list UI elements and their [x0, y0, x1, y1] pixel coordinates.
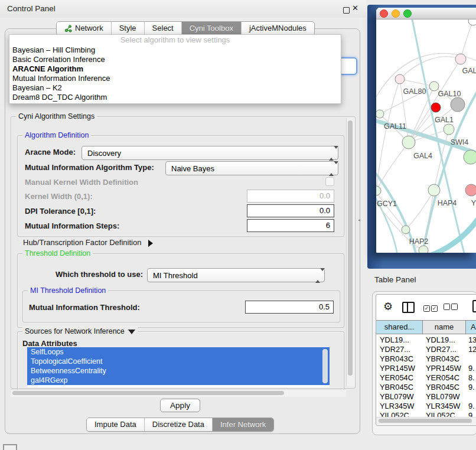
dropdown-item-selected[interactable]: ARACNE Algorithm: [9, 64, 341, 74]
node[interactable]: [444, 124, 454, 135]
node-label-layer: GAL GAL80 GAL10 GAL1 GAL11 GAL4 SWI4 GCY…: [377, 67, 476, 246]
panel-title: Control Panel: [7, 0, 56, 18]
node-label: SWI4: [451, 138, 469, 146]
node-selected[interactable]: [431, 103, 441, 112]
float-window-icon[interactable]: [343, 7, 350, 14]
kernel-width-field[interactable]: 0.0: [247, 190, 334, 203]
table-panel: ⚙ ✓✓ shared... name A YDL19...YDL19...13…: [372, 291, 476, 435]
algorithm-combo-fragment[interactable]: [339, 57, 357, 75]
list-item[interactable]: gal4RGexp: [27, 376, 330, 385]
apply-button[interactable]: Apply: [160, 399, 200, 412]
hub-definition-expander[interactable]: Hub/Transcription Factor Definition: [23, 238, 153, 247]
column-layout-icon[interactable]: [402, 302, 415, 313]
settings-horizontal-scrollbar[interactable]: [11, 389, 346, 397]
kernel-width-label: Kernel Width (0,1):: [25, 192, 93, 201]
node[interactable]: [419, 246, 428, 253]
node[interactable]: [376, 110, 384, 118]
node-label: GCY1: [377, 200, 397, 208]
expand-right-icon: [148, 240, 153, 247]
network-window[interactable]: GAL GAL80 GAL10 GAL1 GAL11 GAL4 SWI4 GCY…: [376, 8, 476, 253]
table-horizontal-scrollbar[interactable]: [376, 417, 476, 425]
select-all-checks-icon[interactable]: ✓✓: [423, 303, 439, 312]
tab-impute-data[interactable]: Impute Data: [87, 418, 144, 431]
zoom-traffic-icon[interactable]: [403, 9, 412, 18]
settings-vertical-scrollbar[interactable]: [346, 118, 354, 386]
splitter-collapse-icon[interactable]: ◂: [358, 217, 363, 224]
close-icon[interactable]: ✕: [352, 4, 358, 12]
network-canvas[interactable]: GAL GAL80 GAL10 GAL1 GAL11 GAL4 SWI4 GCY…: [376, 19, 476, 253]
table-row[interactable]: YER054CYER054C8.: [376, 373, 476, 383]
table-row[interactable]: YPR145WYPR145W9.: [376, 364, 476, 373]
group-title: Sources for Network Inference: [22, 327, 138, 336]
scrollbar-thumb[interactable]: [348, 120, 353, 376]
dropdown-item[interactable]: Bayesian – Hill Climbing: [9, 45, 341, 55]
network-graph: GAL GAL80 GAL10 GAL1 GAL11 GAL4 SWI4 GCY…: [376, 19, 476, 253]
mi-threshold-field[interactable]: 0.5: [245, 301, 334, 314]
tab-network[interactable]: Network: [57, 22, 111, 35]
right-region: GAL GAL80 GAL10 GAL1 GAL11 GAL4 SWI4 GCY…: [366, 0, 476, 450]
node[interactable]: [395, 74, 405, 84]
mi-steps-field[interactable]: 6: [247, 219, 334, 232]
node-label: GAL4: [413, 152, 432, 160]
column-header-partial[interactable]: A: [466, 321, 476, 334]
clear-all-checks-icon[interactable]: [444, 303, 459, 312]
mi-algorithm-type-select[interactable]: Naive Bayes: [165, 161, 338, 175]
collapsed-panel-handle[interactable]: [3, 444, 17, 450]
aracne-mode-select[interactable]: Discovery: [81, 146, 338, 160]
table-row[interactable]: YLR345WYLR345W9.: [376, 402, 476, 411]
dropdown-item[interactable]: Bayesian – K2: [9, 83, 341, 93]
table-row[interactable]: YBL079WYBL079W: [376, 392, 476, 402]
tab-cyni-toolbox[interactable]: Cyni Toolbox: [181, 22, 241, 35]
tab-select[interactable]: Select: [144, 22, 181, 35]
dropdown-item[interactable]: Mutual Information Inference: [9, 74, 341, 83]
node[interactable]: [402, 136, 415, 149]
node[interactable]: [455, 54, 466, 64]
group-title: Algorithm Definition: [22, 131, 91, 140]
tab-jactivemnodules[interactable]: jActiveMNodules: [241, 22, 314, 35]
node[interactable]: [465, 184, 476, 196]
dpi-tolerance-field[interactable]: 0.0: [247, 204, 334, 217]
scrollbar-thumb[interactable]: [12, 391, 284, 395]
column-header-name[interactable]: name: [423, 321, 466, 334]
group-title: MI Threshold Definition: [28, 286, 108, 295]
dropdown-item[interactable]: Basic Correlation Inference: [9, 55, 341, 64]
which-threshold-label: Which threshold to use:: [56, 270, 143, 279]
table-row[interactable]: YBR043CYBR043C: [376, 354, 476, 364]
node[interactable]: [464, 150, 476, 164]
minimize-traffic-icon[interactable]: [392, 9, 400, 18]
list-item[interactable]: TopologicalCoefficient: [27, 357, 330, 366]
sources-group: Sources for Network Inference Data Attri…: [17, 331, 344, 397]
node-label: GAL: [462, 67, 476, 75]
tab-infer-network[interactable]: Infer Network: [212, 418, 273, 431]
group-title: Cyni Algorithm Settings: [16, 112, 97, 121]
list-item[interactable]: BetweennessCentrality: [27, 366, 330, 376]
column-header-shared-name[interactable]: shared...: [376, 321, 423, 334]
manual-kernel-checkbox[interactable]: [325, 177, 334, 186]
node[interactable]: [428, 184, 440, 196]
stepper-icon: [329, 149, 334, 158]
export-table-icon[interactable]: [472, 300, 476, 312]
node[interactable]: [451, 97, 465, 112]
table-row[interactable]: YBR045CYBR045C9.: [376, 383, 476, 392]
list-item[interactable]: SelfLoops: [27, 347, 330, 357]
node[interactable]: [468, 19, 476, 25]
group-title: Threshold Definition: [22, 249, 93, 258]
mi-type-label: Mutual Information Algorithm Type:: [25, 163, 154, 172]
gear-icon[interactable]: ⚙: [383, 300, 393, 313]
collapse-down-icon: [128, 330, 135, 334]
tab-discretize-data[interactable]: Discretize Data: [144, 418, 212, 431]
dropdown-item[interactable]: Dream8 DC_TDC Algorithm: [9, 93, 341, 102]
node[interactable]: [402, 226, 410, 234]
close-traffic-icon[interactable]: [380, 9, 388, 18]
table-row[interactable]: YDR27...YDR27...12: [376, 345, 476, 354]
scrollbar-thumb[interactable]: [379, 419, 472, 423]
list-scrollbar[interactable]: [322, 349, 328, 383]
node-label: Y: [471, 199, 476, 207]
tab-style[interactable]: Style: [111, 22, 144, 35]
mi-steps-label: Mutual Information Steps:: [25, 221, 119, 230]
mi-threshold-definition-group: MI Threshold Definition Mutual Informati…: [22, 291, 340, 322]
node[interactable]: [376, 186, 381, 195]
table-row[interactable]: YDL19...YDL19...13: [376, 335, 476, 345]
network-window-titlebar[interactable]: [376, 8, 476, 19]
which-threshold-select[interactable]: MI Threshold: [147, 268, 325, 282]
